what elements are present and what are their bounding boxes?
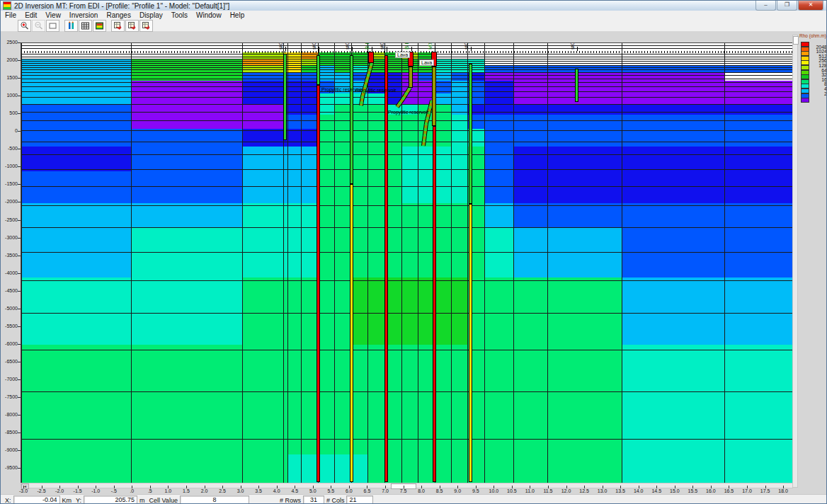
model-cell-band[interactable] bbox=[435, 72, 451, 81]
well-bar[interactable] bbox=[409, 67, 413, 88]
well-bar[interactable] bbox=[469, 64, 472, 204]
model-cell-band[interactable] bbox=[242, 59, 283, 65]
model-cell-band[interactable] bbox=[484, 203, 513, 228]
model-cell-band[interactable] bbox=[351, 72, 367, 81]
model-cell-band[interactable] bbox=[451, 72, 467, 81]
zoom-in-button[interactable] bbox=[18, 20, 31, 32]
model-cell-band[interactable] bbox=[21, 65, 131, 72]
model-cell-band[interactable] bbox=[318, 65, 334, 72]
model-cell-band[interactable] bbox=[484, 228, 513, 277]
model-cell-band[interactable] bbox=[318, 104, 334, 115]
model-cell-band[interactable] bbox=[367, 454, 622, 483]
model-section-plot[interactable]: LavaLavaPropylitic reservoirPropylitic r… bbox=[21, 42, 793, 483]
model-cell-band[interactable] bbox=[513, 93, 792, 104]
color-model-button[interactable] bbox=[93, 20, 106, 32]
model-cell-band[interactable] bbox=[131, 115, 283, 129]
model-cell-band[interactable] bbox=[484, 147, 513, 171]
model-cell-band[interactable] bbox=[131, 65, 242, 72]
menu-item-ranges[interactable]: Ranges bbox=[102, 11, 135, 19]
well-bar[interactable] bbox=[316, 55, 320, 85]
menu-item-tools[interactable]: Tools bbox=[167, 11, 192, 19]
model-cell-band[interactable] bbox=[301, 65, 318, 72]
model-cell-band[interactable] bbox=[484, 93, 513, 104]
model-cell-band[interactable] bbox=[242, 171, 318, 203]
vertical-scroll-thumb[interactable] bbox=[793, 36, 799, 45]
model-cell-band[interactable] bbox=[484, 65, 792, 72]
model-cell-band[interactable] bbox=[287, 454, 367, 483]
well-bar[interactable] bbox=[384, 55, 388, 482]
model-cell-band[interactable] bbox=[622, 454, 792, 483]
model-cell-band[interactable] bbox=[21, 277, 242, 345]
model-cell-band[interactable] bbox=[21, 72, 131, 81]
menu-item-view[interactable]: View bbox=[41, 11, 65, 19]
well-bar[interactable] bbox=[368, 52, 374, 63]
export-image-button[interactable] bbox=[139, 20, 153, 32]
model-cell-band[interactable] bbox=[242, 65, 283, 72]
model-cell-band[interactable] bbox=[21, 454, 287, 483]
model-cell-band[interactable] bbox=[318, 147, 401, 171]
minimize-button[interactable]: – bbox=[755, 1, 776, 11]
menu-item-edit[interactable]: Edit bbox=[21, 11, 41, 19]
model-cell-band[interactable] bbox=[435, 65, 484, 72]
model-cell-band[interactable] bbox=[242, 129, 318, 147]
model-cell-band[interactable] bbox=[301, 59, 318, 65]
model-cell-band[interactable] bbox=[334, 104, 384, 115]
model-cell-band[interactable] bbox=[513, 147, 792, 171]
vertical-scrollbar[interactable] bbox=[792, 35, 798, 488]
model-cell-band[interactable] bbox=[622, 398, 792, 454]
model-cell-band[interactable] bbox=[467, 104, 792, 115]
model-cell-band[interactable] bbox=[21, 203, 242, 228]
model-cell-band[interactable] bbox=[131, 228, 318, 277]
model-cell-band[interactable] bbox=[131, 104, 283, 115]
model-cell-band[interactable] bbox=[131, 72, 242, 81]
model-cell-band[interactable] bbox=[131, 59, 242, 65]
model-cell-band[interactable] bbox=[513, 171, 792, 203]
model-cell-band[interactable] bbox=[351, 277, 467, 345]
model-cell-band[interactable] bbox=[467, 115, 792, 129]
well-bar[interactable] bbox=[350, 184, 353, 482]
well-bar[interactable] bbox=[432, 67, 436, 126]
model-cell-band[interactable] bbox=[484, 72, 724, 81]
close-button[interactable]: ✕ bbox=[798, 1, 823, 11]
model-cell-band[interactable] bbox=[21, 129, 242, 147]
model-cell-band[interactable] bbox=[131, 93, 242, 104]
model-cell-band[interactable] bbox=[513, 228, 622, 277]
export-model-button[interactable] bbox=[111, 20, 125, 32]
model-cell-band[interactable] bbox=[21, 171, 242, 203]
menu-item-help[interactable]: Help bbox=[226, 11, 249, 19]
model-cell-band[interactable] bbox=[21, 93, 131, 104]
model-cell-band[interactable] bbox=[21, 147, 131, 171]
export-grid-button[interactable] bbox=[125, 20, 139, 32]
well-bar[interactable] bbox=[350, 55, 353, 184]
horizontal-scrollbar[interactable]: ◄ bbox=[21, 483, 793, 488]
model-cell-band[interactable] bbox=[622, 345, 792, 398]
model-cell-band[interactable] bbox=[351, 65, 367, 72]
well-bar[interactable] bbox=[575, 69, 578, 102]
model-cell-band[interactable] bbox=[435, 59, 484, 65]
model-cell-band[interactable] bbox=[622, 228, 792, 277]
model-cell-band[interactable] bbox=[21, 115, 131, 129]
menu-item-window[interactable]: Window bbox=[192, 11, 226, 19]
model-cell-band[interactable] bbox=[467, 277, 622, 345]
grid-view-button[interactable] bbox=[79, 20, 92, 32]
model-cell-band[interactable] bbox=[21, 104, 131, 115]
model-cell-band[interactable] bbox=[21, 345, 622, 398]
model-cell-band[interactable] bbox=[131, 147, 242, 171]
model-cell-band[interactable] bbox=[242, 72, 318, 81]
well-bar[interactable] bbox=[283, 54, 287, 140]
model-cell-band[interactable] bbox=[21, 228, 131, 277]
model-cell-band[interactable] bbox=[622, 277, 792, 345]
model-cell-band[interactable] bbox=[334, 65, 351, 72]
model-cell-band[interactable] bbox=[242, 203, 318, 228]
zoom-box-button[interactable] bbox=[46, 20, 59, 32]
model-cell-band[interactable] bbox=[451, 104, 467, 115]
well-bar[interactable] bbox=[469, 204, 472, 482]
model-cell-band[interactable] bbox=[484, 129, 792, 147]
menu-item-inversion[interactable]: Inversion bbox=[65, 11, 103, 19]
maximize-button[interactable]: ❐ bbox=[777, 1, 797, 11]
menu-item-file[interactable]: File bbox=[1, 11, 21, 19]
well-bar[interactable] bbox=[316, 85, 320, 482]
model-cell-band[interactable] bbox=[513, 203, 792, 228]
menu-item-display[interactable]: Display bbox=[135, 11, 167, 19]
model-cell-band[interactable] bbox=[242, 147, 318, 171]
